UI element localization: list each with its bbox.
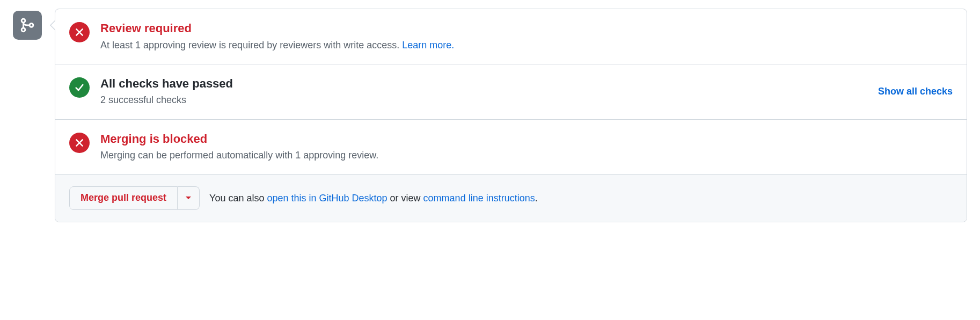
merge-footer: Merge pull request You can also open thi… (55, 174, 967, 222)
svg-point-1 (21, 28, 25, 32)
checks-passed-title: All checks have passed (100, 76, 867, 92)
review-required-title: Review required (100, 21, 953, 37)
git-merge-icon (19, 17, 35, 33)
git-merge-badge (13, 11, 42, 40)
caret-down-icon (185, 196, 192, 200)
review-required-desc: At least 1 approving review is required … (100, 39, 953, 52)
merge-status-panel: Review required At least 1 approving rev… (55, 9, 967, 222)
svg-point-0 (21, 19, 25, 23)
merge-options-dropdown[interactable] (178, 186, 200, 210)
checks-passed-section: All checks have passed 2 successful chec… (55, 64, 967, 120)
merging-blocked-title: Merging is blocked (100, 132, 953, 147)
merge-footer-text: You can also open this in GitHub Desktop… (209, 193, 538, 204)
merging-blocked-desc: Merging can be performed automatically w… (100, 149, 953, 162)
check-circle-icon (69, 77, 90, 98)
open-github-desktop-link[interactable]: open this in GitHub Desktop (267, 193, 387, 203)
review-required-section: Review required At least 1 approving rev… (55, 9, 967, 64)
svg-point-2 (30, 24, 33, 27)
merging-blocked-section: Merging is blocked Merging can be perfor… (55, 120, 967, 175)
x-circle-icon (69, 22, 90, 42)
checks-passed-desc: 2 successful checks (100, 93, 867, 107)
merge-pull-request-button[interactable]: Merge pull request (69, 186, 178, 210)
command-line-instructions-link[interactable]: command line instructions (423, 193, 535, 203)
merge-button-group: Merge pull request (69, 186, 200, 210)
x-circle-icon (69, 133, 90, 153)
learn-more-link[interactable]: Learn more. (402, 40, 454, 50)
show-all-checks-link[interactable]: Show all checks (878, 86, 953, 97)
